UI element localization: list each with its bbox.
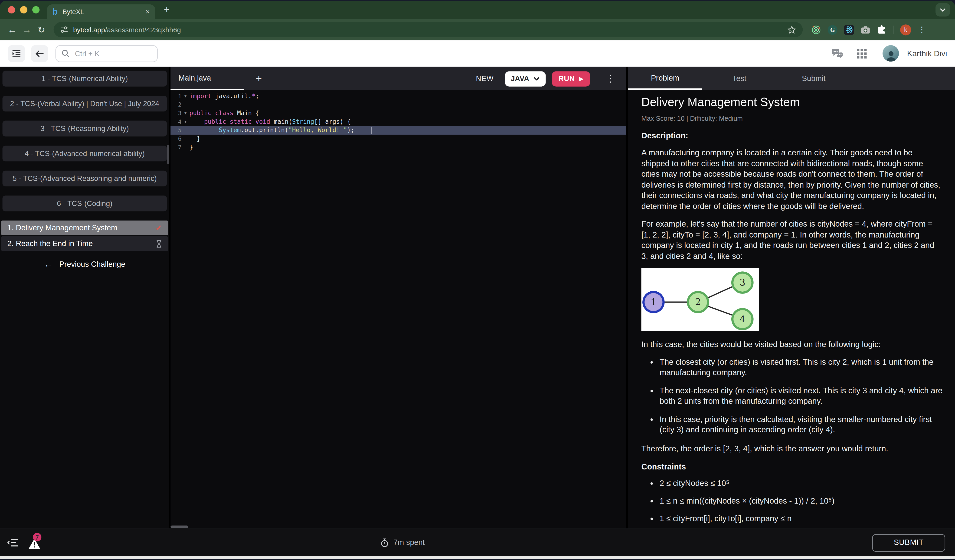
extensions-row: G — [811, 24, 926, 35]
code-line[interactable]: 4▾ public static void main(String[] args… — [171, 118, 626, 126]
graph-node-label: 2 — [695, 297, 701, 307]
problem-title: Delivery Management System — [641, 95, 943, 109]
language-select[interactable]: JAVA — [505, 71, 546, 86]
completed-check-icon: ✓ — [155, 223, 162, 232]
city-graph-image: 1 2 3 4 — [641, 268, 759, 331]
sidebar-scrollbar[interactable] — [167, 145, 169, 164]
window-minimize-button[interactable] — [20, 6, 27, 14]
extensions-puzzle-icon[interactable] — [877, 25, 886, 34]
challenge-item-2[interactable]: 2. Reach the End in Time — [1, 236, 168, 251]
hourglass-icon — [156, 239, 162, 247]
site-settings-icon[interactable] — [60, 26, 68, 34]
bookmark-star-icon[interactable] — [787, 25, 796, 34]
sidebar-item-section-1[interactable]: 1 - TCS-(Numerical Ability) — [2, 71, 167, 87]
browser-forward-button[interactable]: → — [19, 24, 34, 35]
description-heading: Description: — [641, 131, 943, 140]
run-button[interactable]: RUN ▶ — [552, 71, 590, 86]
window-controls[interactable] — [0, 6, 47, 14]
new-tab-button[interactable]: + — [164, 5, 169, 15]
line-number: 4 — [171, 118, 182, 126]
code-line[interactable]: 1▾import java.util.*; — [171, 92, 626, 100]
code-text: import java.util.*; — [189, 92, 259, 100]
user-avatar[interactable] — [883, 45, 899, 61]
constraint-item: 2 ≤ cityNodes ≤ 10⁵ — [659, 478, 943, 489]
sidebar-item-section-5[interactable]: 5 - TCS-(Advanced Reasoning and numeric) — [2, 171, 167, 186]
main-content: 1 - TCS-(Numerical Ability) 2 - TCS-(Ver… — [0, 67, 955, 529]
header-right: Karthik Divi — [831, 45, 947, 61]
constraints-list: 2 ≤ cityNodes ≤ 10⁵ 1 ≤ n ≤ min((cityNod… — [641, 478, 943, 529]
new-button[interactable]: NEW — [476, 74, 494, 83]
add-file-button[interactable]: + — [256, 72, 262, 84]
avatar-silhouette — [885, 50, 897, 61]
browser-window: b ByteXL × + ← → ↻ bytexl.app/assessment… — [0, 1, 955, 40]
graph-node-label: 4 — [739, 314, 745, 324]
code-line[interactable]: 6 } — [171, 135, 626, 143]
search-icon — [61, 50, 69, 57]
sections-menu-button[interactable] — [8, 45, 25, 62]
editor-menu-icon[interactable]: ⋮ — [606, 73, 615, 84]
submit-button[interactable]: SUBMIT — [872, 534, 945, 551]
bottom-left-controls: 7 — [0, 536, 41, 549]
browser-back-button[interactable]: ← — [5, 24, 19, 35]
chat-icon[interactable] — [831, 48, 844, 59]
description-paragraph: A manufacturing company is located in a … — [641, 147, 943, 211]
play-icon: ▶ — [579, 76, 583, 82]
code-area[interactable]: 1▾import java.util.*;23▾public class Mai… — [171, 90, 626, 529]
react-devtools-extension-icon[interactable] — [844, 25, 854, 34]
tab-search-button[interactable] — [936, 3, 950, 17]
sidebar-item-section-2[interactable]: 2 - TCS-(Verbal Ability) | Don't Use | J… — [2, 95, 167, 111]
browser-reload-button[interactable]: ↻ — [34, 24, 49, 35]
text-cursor — [371, 127, 372, 134]
sidebar-item-section-6[interactable]: 6 - TCS-(Coding) — [2, 196, 167, 211]
browser-menu-icon[interactable]: ⋮ — [918, 25, 926, 34]
chevron-down-icon — [534, 77, 540, 81]
sidebar-item-section-3[interactable]: 3 - TCS-(Reasoning Ability) — [2, 121, 167, 136]
window-zoom-button[interactable] — [32, 6, 39, 14]
app-back-button[interactable] — [31, 45, 48, 62]
logic-intro: In this case, the cities would be visite… — [641, 339, 943, 350]
previous-challenge-button[interactable]: ← Previous Challenge — [0, 259, 169, 269]
tab-close-icon[interactable]: × — [146, 8, 150, 16]
example-paragraph: For example, let's say that the number o… — [641, 219, 943, 261]
stopwatch-icon — [380, 538, 388, 547]
window-close-button[interactable] — [8, 6, 15, 14]
problem-content[interactable]: Delivery Management System Max Score: 10… — [628, 90, 955, 529]
constraint-item: 1 ≤ n ≤ min((cityNodes × (cityNodes - 1)… — [659, 496, 943, 506]
left-arrow-icon: ← — [44, 259, 53, 269]
time-spent-label: 7m spent — [393, 538, 425, 547]
code-text: public static void main(String[] args) { — [189, 118, 351, 126]
logic-bullet: The next-closest city (or cities) is vis… — [659, 385, 943, 407]
page-url: bytexl.app/assessment/423qxhh6g — [73, 26, 181, 33]
warning-indicator[interactable]: 7 — [28, 538, 41, 549]
browser-tab[interactable]: b ByteXL × — [47, 5, 155, 19]
grammarly-extension-icon[interactable]: G — [828, 25, 838, 34]
browser-tab-strip: b ByteXL × + — [0, 1, 955, 19]
tab-submit[interactable]: Submit — [777, 67, 851, 90]
browser-profile-avatar[interactable]: k — [900, 24, 911, 35]
tab-problem[interactable]: Problem — [628, 67, 702, 90]
code-line[interactable]: 5 System.out.println("Hello, World! "); — [171, 126, 626, 135]
code-line[interactable]: 3▾public class Main { — [171, 109, 626, 118]
screenshot-extension-icon[interactable] — [861, 25, 870, 34]
apps-grid-icon[interactable] — [857, 48, 867, 58]
challenge-item-1[interactable]: 1. Delivery Management System ✓ — [1, 221, 168, 235]
editor-horizontal-scrollbar[interactable] — [171, 526, 188, 528]
code-line[interactable]: 7} — [171, 143, 626, 152]
fold-icon[interactable]: ▾ — [182, 118, 189, 126]
global-search[interactable] — [55, 45, 158, 62]
line-number: 1 — [171, 92, 182, 100]
url-bar[interactable]: bytexl.app/assessment/423qxhh6g — [54, 22, 803, 38]
search-input[interactable] — [74, 48, 152, 58]
line-number: 3 — [171, 109, 182, 118]
line-number: 6 — [171, 135, 182, 143]
user-name[interactable]: Karthik Divi — [907, 49, 947, 58]
logic-bullet: In this case, priority is then calculate… — [659, 414, 943, 435]
fold-icon[interactable]: ▾ — [182, 109, 189, 118]
orbit-extension-icon[interactable] — [811, 25, 821, 34]
tab-test[interactable]: Test — [702, 67, 777, 90]
file-tab-main-java[interactable]: Main.java — [171, 67, 244, 90]
collapse-panel-icon[interactable] — [7, 538, 18, 547]
sidebar-item-section-4[interactable]: 4 - TCS-(Advanced-numerical-ability) — [2, 145, 167, 161]
fold-icon[interactable]: ▾ — [182, 92, 189, 100]
code-line[interactable]: 2 — [171, 100, 626, 109]
